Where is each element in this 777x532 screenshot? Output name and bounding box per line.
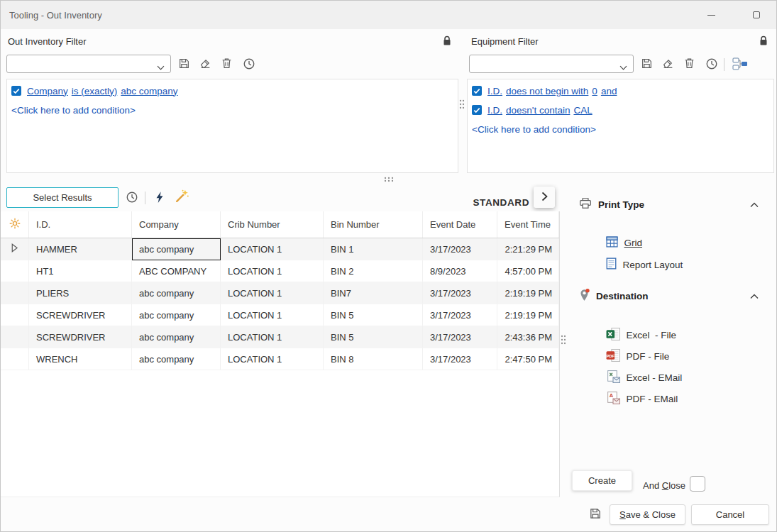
condition-value-link[interactable]: abc company: [121, 86, 177, 96]
and-close-text: lose: [668, 480, 685, 491]
trash-icon: [683, 57, 695, 72]
condition-operator-link[interactable]: is (exactly): [72, 86, 118, 96]
print-type-option-report-layout[interactable]: Report Layout: [590, 247, 683, 282]
cell-bin[interactable]: BIN 5: [324, 326, 423, 348]
condition-value-link[interactable]: CAL: [573, 105, 592, 116]
floppy-icon: [178, 57, 190, 72]
add-condition-link[interactable]: <Click here to add condition>: [11, 105, 136, 116]
cell-id[interactable]: HAMMER: [29, 238, 132, 260]
add-condition-link[interactable]: <Click here to add condition>: [472, 124, 596, 135]
condition-checkbox[interactable]: [11, 86, 21, 96]
sun-icon: [9, 218, 21, 231]
cell-crib[interactable]: LOCATION 1: [221, 238, 324, 260]
out-filter-preset-combobox[interactable]: [6, 55, 171, 73]
condition-checkbox[interactable]: [472, 105, 482, 115]
splitter-handle[interactable]: [458, 99, 465, 112]
cell-date[interactable]: 3/17/2023: [423, 304, 497, 326]
cell-id[interactable]: SCREWDRIVER: [29, 304, 132, 326]
condition-operator-link[interactable]: does not begin with: [506, 86, 588, 96]
cell-company[interactable]: abc company: [132, 348, 221, 370]
condition-operator-link[interactable]: doesn't contain: [506, 105, 570, 116]
cancel-button[interactable]: Cancel: [691, 504, 769, 525]
cell-crib[interactable]: LOCATION 1: [221, 326, 324, 348]
condition-value-link[interactable]: 0: [592, 86, 597, 96]
cell-date[interactable]: 3/17/2023: [423, 282, 497, 304]
cell-crib[interactable]: LOCATION 1: [221, 260, 324, 282]
results-history-button[interactable]: [123, 189, 140, 206]
cell-time[interactable]: 2:21:29 PM: [497, 238, 559, 260]
cell-company[interactable]: abc company: [132, 326, 221, 348]
cell-time[interactable]: 4:57:00 PM: [497, 260, 559, 282]
destination-collapse-button[interactable]: [746, 289, 763, 303]
condition-field-link[interactable]: I.D.: [487, 105, 502, 116]
table-row: WRENCH abc company LOCATION 1 BIN 8 3/17…: [1, 348, 559, 370]
maximize-icon: [753, 11, 760, 18]
clear-filter-button[interactable]: [197, 56, 214, 73]
clear-filter-button[interactable]: [659, 56, 676, 73]
minimize-icon: [707, 15, 715, 16]
minimize-button[interactable]: [696, 1, 726, 29]
cell-date[interactable]: 3/17/2023: [423, 326, 497, 348]
cell-date[interactable]: 3/17/2023: [423, 238, 497, 260]
splitter-handle[interactable]: [383, 174, 395, 185]
column-header-event-date[interactable]: Event Date: [423, 211, 497, 238]
create-button[interactable]: Create: [572, 470, 632, 491]
cell-time[interactable]: 2:43:36 PM: [497, 326, 559, 348]
save-filter-button[interactable]: [638, 56, 655, 73]
condition-join-link[interactable]: and: [601, 86, 617, 96]
save-filter-button[interactable]: [175, 56, 192, 73]
cell-bin[interactable]: BIN 8: [324, 348, 423, 370]
cell-company[interactable]: abc company: [132, 304, 221, 326]
delete-filter-button[interactable]: [218, 56, 235, 73]
equipment-condition-box[interactable]: I.D. does not begin with 0 and I.D. does…: [467, 79, 774, 173]
equipment-filter-preset-combobox[interactable]: [469, 55, 634, 73]
layout-flyout-button[interactable]: [534, 187, 555, 208]
row-indicator: [1, 304, 29, 326]
save-and-close-button[interactable]: Save & Close: [610, 504, 685, 525]
filter-history-button[interactable]: [703, 56, 720, 73]
delete-filter-button[interactable]: [680, 56, 698, 73]
cell-id[interactable]: SCREWDRIVER: [29, 326, 132, 348]
cell-time[interactable]: 2:19:19 PM: [497, 304, 559, 326]
column-header-event-time[interactable]: Event Time: [497, 211, 559, 238]
condition-field-link[interactable]: Company: [27, 86, 68, 96]
cell-crib[interactable]: LOCATION 1: [221, 282, 324, 304]
grid-corner-button[interactable]: [1, 211, 29, 238]
filter-history-button[interactable]: [241, 56, 258, 73]
equipment-hierarchy-button[interactable]: [730, 56, 750, 73]
filter-wizard-button[interactable]: [174, 188, 191, 205]
maximize-button[interactable]: [742, 1, 771, 29]
cell-date[interactable]: 8/9/2023: [423, 260, 497, 282]
cell-crib[interactable]: LOCATION 1: [221, 348, 324, 370]
cell-id[interactable]: PLIERS: [29, 282, 132, 304]
cell-id[interactable]: WRENCH: [29, 348, 132, 370]
cell-bin[interactable]: BIN 5: [324, 304, 423, 326]
cell-crib[interactable]: LOCATION 1: [221, 304, 324, 326]
column-header-crib-number[interactable]: Crib Number: [221, 211, 324, 238]
svg-text:A: A: [609, 392, 613, 399]
tooling-out-inventory-window: Tooling - Out Inventory Out Inventory Fi…: [0, 0, 777, 532]
destination-option-pdf-email[interactable]: A PDF - EMail: [590, 381, 678, 417]
column-header-bin-number[interactable]: Bin Number: [324, 211, 423, 238]
select-results-button[interactable]: Select Results: [6, 187, 119, 208]
cell-bin[interactable]: BIN 2: [324, 260, 423, 282]
run-query-button[interactable]: [151, 189, 168, 206]
cell-id[interactable]: HT1: [29, 260, 132, 282]
cell-bin[interactable]: BIN 1: [324, 238, 423, 260]
cell-date[interactable]: 3/17/2023: [423, 348, 497, 370]
condition-field-link[interactable]: I.D.: [487, 86, 502, 96]
column-header-company[interactable]: Company: [132, 211, 221, 238]
cell-company[interactable]: abc company: [132, 282, 221, 304]
out-inventory-condition-box[interactable]: Company is (exactly) abc company <Click …: [6, 79, 458, 173]
cell-bin[interactable]: BIN7: [324, 282, 423, 304]
column-header-id[interactable]: I.D.: [29, 211, 132, 238]
cell-company[interactable]: ABC COMPANY: [132, 260, 221, 282]
cell-time[interactable]: 2:19:19 PM: [497, 282, 559, 304]
save-layout-button[interactable]: [587, 506, 604, 523]
condition-checkbox[interactable]: [472, 86, 482, 96]
splitter-handle[interactable]: [560, 334, 567, 348]
print-type-collapse-button[interactable]: [746, 197, 763, 211]
cell-time[interactable]: 2:47:50 PM: [497, 348, 559, 370]
and-close-checkbox[interactable]: [690, 476, 705, 492]
cell-company-selected[interactable]: abc company: [132, 238, 221, 260]
